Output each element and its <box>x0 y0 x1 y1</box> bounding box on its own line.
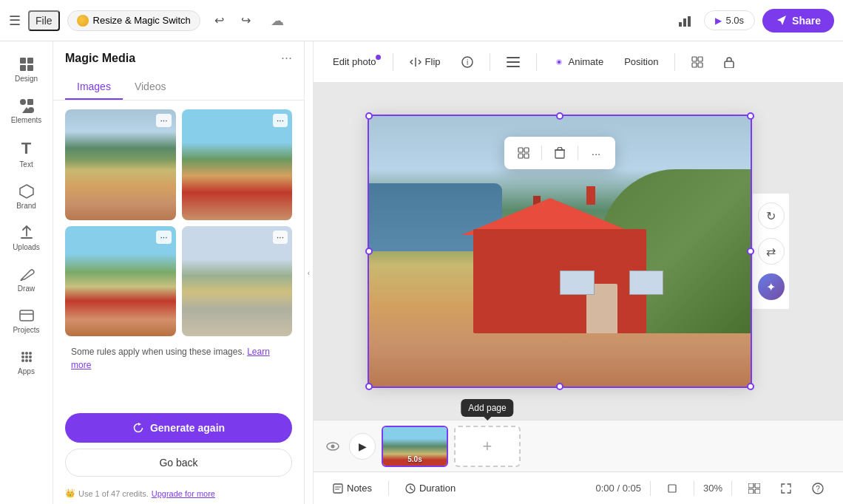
undo-redo-group: ↩ ↪ <box>208 9 258 33</box>
add-page-button[interactable]: + <box>454 426 521 467</box>
edit-photo-label: Edit photo <box>333 56 376 67</box>
svg-point-28 <box>558 61 561 64</box>
list-item[interactable]: ··· <box>65 109 176 220</box>
fit-page-button[interactable] <box>660 480 685 497</box>
panel-title: Magic Media <box>65 52 135 65</box>
sidebar-item-projects[interactable]: Projects <box>4 302 49 340</box>
svg-text:?: ? <box>816 485 820 493</box>
toolbar-divider-4 <box>674 53 675 71</box>
panel-collapse-handle[interactable]: ‹ <box>305 41 314 504</box>
swap-button[interactable]: ⇄ <box>758 238 785 265</box>
draw-label: Draw <box>18 285 35 293</box>
image-card-menu-3[interactable]: ··· <box>156 231 171 244</box>
save-cloud-button[interactable]: ☁ <box>265 9 289 33</box>
svg-rect-31 <box>692 63 697 67</box>
position-button[interactable]: Position <box>617 52 666 72</box>
group-button[interactable] <box>512 141 535 165</box>
svg-rect-2 <box>688 16 691 27</box>
image-card-menu-1[interactable]: ··· <box>156 114 171 127</box>
sidebar-item-text[interactable]: T Text <box>4 133 49 174</box>
magic-switch-label: Resize & Magic Switch <box>93 15 191 26</box>
hide-timeline-button[interactable] <box>322 436 343 457</box>
generate-again-button[interactable]: Generate again <box>65 413 292 443</box>
svg-rect-47 <box>748 483 754 488</box>
bottom-right: 0:00 / 0:05 30% ? <box>596 479 831 498</box>
apps-label: Apps <box>18 367 35 375</box>
time-display: 0:00 / 0:05 <box>596 483 641 494</box>
grid-view-button[interactable] <box>741 480 768 497</box>
go-back-button[interactable]: Go back <box>65 449 292 477</box>
svg-point-20 <box>25 359 28 362</box>
canvas-viewport[interactable]: ··· ↻ ⇄ ✦ <box>314 83 843 420</box>
svg-point-14 <box>25 352 28 355</box>
window-1 <box>560 270 595 295</box>
notes-button[interactable]: Notes <box>325 479 379 497</box>
timeline-bar: ▶ 5.0s Add page + <box>314 420 843 471</box>
info-button[interactable]: i <box>454 52 481 72</box>
timeline-thumbnail-1[interactable]: 5.0s <box>382 426 448 467</box>
panel-more-button[interactable]: ··· <box>281 50 292 66</box>
list-item[interactable]: ··· <box>182 109 293 220</box>
svg-point-41 <box>331 444 335 448</box>
lines-button[interactable] <box>499 52 527 72</box>
svg-point-17 <box>25 355 28 358</box>
svg-rect-1 <box>683 18 686 27</box>
panel-header: Magic Media ··· <box>53 41 304 75</box>
tab-videos[interactable]: Videos <box>123 75 178 100</box>
sidebar-item-draw[interactable]: Draw <box>4 260 49 299</box>
sidebar-item-elements[interactable]: Elements <box>4 92 49 130</box>
preview-timer-button[interactable]: ▶ 5.0s <box>704 10 756 30</box>
more-options-button[interactable]: ··· <box>584 141 608 165</box>
menu-icon[interactable]: ☰ <box>9 13 21 29</box>
image-grid: ··· ··· ··· ··· <box>59 109 298 336</box>
timeline-play-button[interactable]: ▶ <box>349 433 376 460</box>
share-button[interactable]: Share <box>762 9 834 33</box>
duration-button[interactable]: Duration <box>398 479 463 497</box>
play-icon: ▶ <box>715 16 722 26</box>
animate-button[interactable]: Animate <box>546 52 612 72</box>
upgrade-link[interactable]: Upgrade for more <box>152 489 215 498</box>
image-card-menu-4[interactable]: ··· <box>273 231 288 244</box>
image-card-menu-2[interactable]: ··· <box>273 114 288 127</box>
notes-icon <box>333 483 343 494</box>
magic-assistant-button[interactable]: ✦ <box>758 273 785 300</box>
sidebar-item-design[interactable]: Design <box>4 50 49 89</box>
duration-icon <box>405 483 416 494</box>
animate-icon <box>553 56 565 68</box>
magic-switch-button[interactable]: Resize & Magic Switch <box>67 10 200 31</box>
svg-point-21 <box>29 359 32 362</box>
chevron-left-icon: ‹ <box>308 269 310 277</box>
refresh-canvas-button[interactable]: ↻ <box>758 202 785 229</box>
lines-icon <box>507 57 520 67</box>
sidebar-item-uploads[interactable]: Uploads <box>4 219 49 257</box>
flip-button[interactable]: Flip <box>402 52 448 72</box>
notification-dot <box>376 55 381 60</box>
svg-rect-25 <box>507 61 520 63</box>
grid-button[interactable] <box>684 52 711 72</box>
sidebar-item-brand[interactable]: Brand <box>4 177 49 216</box>
fullscreen-button[interactable] <box>773 480 799 497</box>
edit-photo-button[interactable]: Edit photo <box>325 52 384 72</box>
svg-rect-33 <box>725 61 734 68</box>
help-button[interactable]: ? <box>805 479 831 498</box>
bottom-divider-4 <box>731 481 732 496</box>
panel-footer: Generate again Go back <box>53 404 304 483</box>
file-button[interactable]: File <box>28 10 60 31</box>
redo-button[interactable]: ↪ <box>234 9 258 33</box>
svg-rect-32 <box>698 63 702 67</box>
window-2 <box>629 270 664 295</box>
list-item[interactable]: ··· <box>182 226 293 337</box>
tab-images[interactable]: Images <box>65 75 123 100</box>
undo-button[interactable]: ↩ <box>208 9 231 33</box>
topbar-right: ▶ 5.0s Share <box>673 9 835 33</box>
sidebar-item-apps[interactable]: Apps <box>4 343 49 381</box>
lock-button[interactable] <box>717 52 742 72</box>
thumbnail-container: 5.0s <box>382 426 448 467</box>
bottom-divider-2 <box>650 481 651 496</box>
list-item[interactable]: ··· <box>65 226 176 337</box>
canvas-area: Edit photo Flip i Animate Position <box>314 41 843 504</box>
svg-rect-3 <box>20 58 26 64</box>
analytics-button[interactable] <box>673 9 697 33</box>
topbar-left: ☰ File Resize & Magic Switch ↩ ↪ ☁ <box>9 9 289 33</box>
delete-button[interactable] <box>548 141 572 165</box>
